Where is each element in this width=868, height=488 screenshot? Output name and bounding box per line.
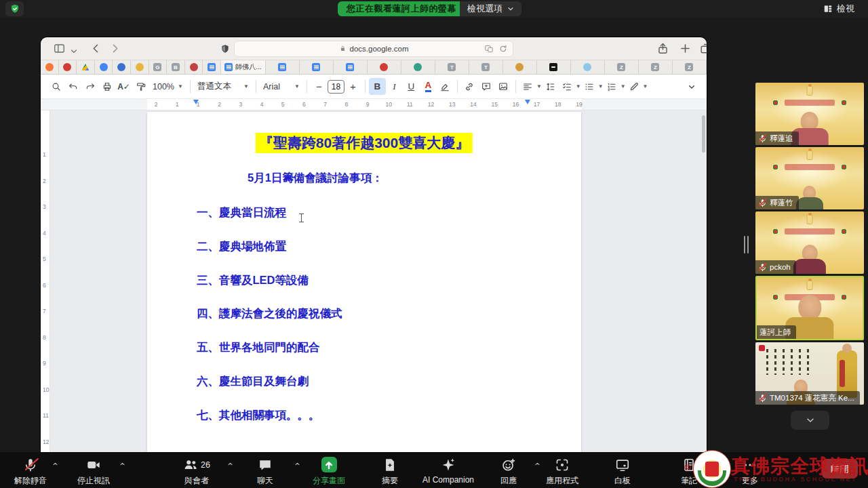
participants-button[interactable]: 26與會者 (183, 457, 210, 487)
whiteboard-button[interactable]: 白板 (614, 457, 631, 487)
toolbar-overflow-button[interactable] (683, 78, 700, 95)
zoom-select[interactable]: 100%▼ (149, 82, 186, 92)
print-icon[interactable] (98, 78, 115, 95)
search-icon[interactable] (47, 78, 64, 95)
browser-tab[interactable] (113, 60, 131, 74)
browser-tab[interactable] (41, 60, 59, 74)
font-size-input[interactable]: 18 (328, 80, 344, 94)
chevron-up-icon[interactable] (52, 460, 59, 470)
participant-video[interactable]: pckoh (755, 211, 864, 274)
redo-icon[interactable] (81, 78, 98, 95)
chevron-up-icon[interactable] (226, 460, 234, 470)
browser-tab[interactable] (266, 60, 300, 74)
browser-tab[interactable] (571, 60, 605, 74)
browser-tab[interactable] (401, 60, 435, 74)
paint-roller-icon[interactable] (132, 78, 149, 95)
chevron-up-icon[interactable] (119, 460, 126, 470)
calligraphy-column (799, 349, 801, 375)
sidebar-chevron-icon[interactable] (70, 45, 78, 58)
ai-companion-button[interactable]: AI Companion (422, 457, 474, 485)
stop-video-button[interactable]: 停止視訊 (77, 457, 110, 487)
participant-video[interactable]: 釋蓮竹 (755, 147, 864, 209)
browser-tab[interactable]: G (149, 60, 167, 74)
add-comment-button[interactable] (478, 78, 495, 95)
reload-icon[interactable] (498, 44, 508, 54)
undo-icon[interactable] (64, 78, 81, 95)
highlight-color-button[interactable] (437, 78, 454, 95)
document-scrollbar[interactable] (702, 115, 705, 152)
browser-tab[interactable] (77, 60, 95, 74)
privacy-shield-icon[interactable] (220, 43, 231, 56)
unmute-button[interactable]: 解除靜音 (14, 457, 47, 487)
browser-tab-active[interactable]: 師佛八... (221, 60, 266, 74)
paragraph-style-select[interactable]: 普通文本▼ (194, 81, 252, 92)
browser-tab[interactable] (59, 60, 77, 74)
text-color-button[interactable]: A (420, 78, 437, 95)
insert-image-button[interactable] (495, 78, 512, 95)
browser-tab[interactable]: B (167, 60, 185, 74)
browser-tab[interactable] (300, 60, 334, 74)
gallery-view-icon (823, 4, 833, 14)
chevron-up-icon[interactable] (534, 460, 541, 470)
participant-video[interactable]: 蓮訶上師 (755, 276, 864, 340)
tab-overview-icon[interactable] (699, 42, 707, 55)
chat-button[interactable]: 聊天 (257, 457, 273, 487)
bold-button[interactable]: B (369, 78, 386, 95)
line-spacing-button[interactable] (542, 78, 559, 95)
browser-tab[interactable] (503, 60, 537, 74)
decrease-font-icon[interactable]: − (311, 78, 328, 95)
right-indent-marker[interactable] (525, 100, 530, 104)
spellcheck-icon[interactable]: A✓ (115, 78, 132, 95)
share-screen-button[interactable]: 分享畫面 (313, 457, 345, 487)
underline-button[interactable]: U (403, 78, 420, 95)
document-page[interactable]: 『聖壽跨80著作越300雙喜大慶』 5月1日籌備會議討論事項： 一、慶典當日流程… (147, 112, 581, 452)
forward-button[interactable] (108, 42, 121, 55)
browser-tab[interactable]: T (435, 60, 469, 74)
vertical-ruler[interactable]: 123456789101112 (41, 110, 50, 452)
browser-tab[interactable]: Z (673, 60, 707, 74)
chevron-up-icon[interactable] (294, 460, 301, 470)
checklist-button[interactable] (559, 78, 576, 95)
browser-tab[interactable] (334, 60, 368, 74)
collapse-videos-button[interactable] (791, 411, 829, 430)
back-button[interactable] (90, 42, 102, 55)
bulleted-list-button[interactable] (581, 78, 598, 95)
insert-link-button[interactable] (461, 78, 478, 95)
italic-button[interactable]: I (386, 78, 403, 95)
horizontal-ruler[interactable]: 2112345678910111213141516171819 (41, 99, 707, 110)
share-page-icon[interactable] (656, 42, 669, 55)
browser-tab[interactable] (131, 60, 149, 74)
pen-tool-button[interactable] (626, 78, 643, 95)
calligraphy-column (807, 349, 809, 375)
view-options-dropdown[interactable]: 檢視選項 (460, 1, 521, 16)
ruler-number: 2 (43, 178, 46, 184)
sidebar-toggle-icon[interactable] (53, 42, 66, 55)
ruler-number: 14 (470, 101, 476, 108)
browser-tab[interactable]: Z (605, 60, 639, 74)
reactions-button[interactable]: 回應 (500, 457, 517, 487)
browser-tab[interactable] (203, 60, 221, 74)
align-button[interactable] (519, 78, 536, 95)
panel-resize-handle[interactable] (744, 236, 749, 253)
summary-button[interactable]: 摘要 (382, 457, 398, 487)
browser-tab[interactable]: Z (639, 60, 673, 74)
align-caret[interactable]: ▼ (536, 83, 542, 89)
participant-video[interactable]: TM01374 蓮花憲亮 Ke... (755, 342, 864, 405)
browser-tab[interactable] (537, 60, 571, 74)
apps-button[interactable]: 應用程式 (546, 457, 578, 487)
browser-tab[interactable] (95, 60, 113, 74)
translate-icon[interactable] (484, 44, 494, 54)
address-bar[interactable]: docs.google.com (234, 41, 513, 57)
view-layout-button[interactable]: 檢視 (818, 1, 860, 16)
watermark-copyright: © (684, 462, 691, 472)
browser-tab[interactable] (368, 60, 401, 74)
increase-font-icon[interactable]: + (344, 78, 361, 95)
new-tab-icon[interactable] (679, 42, 692, 55)
participant-video[interactable]: 釋蓮追 (755, 83, 864, 145)
font-family-select[interactable]: Arial▼ (260, 82, 303, 92)
security-shield-button[interactable] (5, 1, 24, 16)
browser-tab[interactable] (185, 60, 203, 74)
numbered-list-button[interactable] (604, 78, 620, 95)
browser-tab[interactable]: T (469, 60, 503, 74)
ai-icon (441, 457, 456, 472)
